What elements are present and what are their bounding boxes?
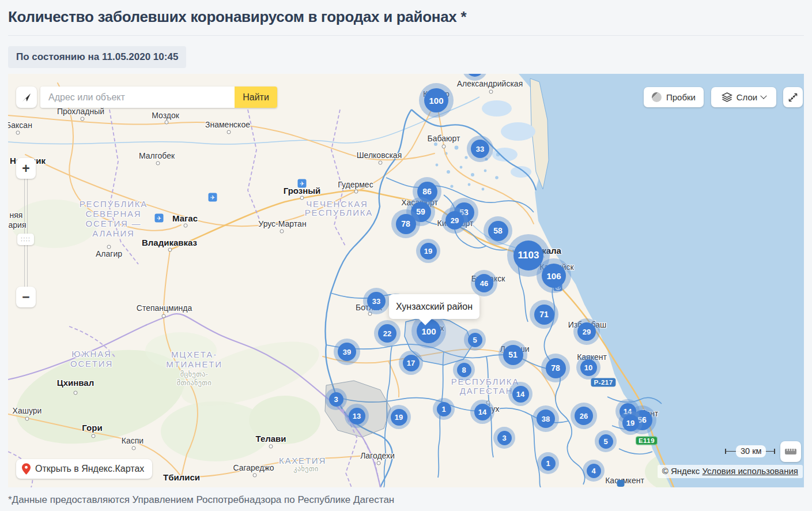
map-label: Бабаюрт [428, 134, 460, 143]
traffic-light-icon [652, 92, 662, 102]
case-count-marker[interactable]: 58 [484, 216, 512, 245]
case-count-marker[interactable]: 1 [433, 398, 455, 420]
case-count-marker[interactable]: 5 [464, 329, 486, 351]
copyright-text: © Яндекс [662, 466, 700, 476]
map-label: მცხეთა- [180, 370, 209, 378]
terms-link[interactable]: Условия использования [703, 466, 799, 476]
map-label: ОСЕТИЯ [70, 359, 113, 369]
case-count-marker[interactable]: 14 [508, 382, 532, 406]
zoom-slider-handle[interactable]: ········ [17, 234, 34, 245]
case-count-marker[interactable]: 13 [345, 404, 369, 428]
data-source-footnote: *Данные предоставляются Управлением Росп… [8, 494, 812, 506]
case-count-value: 1 [437, 402, 451, 416]
case-count-marker[interactable]: 29 [573, 318, 600, 345]
case-count-marker[interactable]: 5 [595, 430, 617, 452]
case-count-value: 13 [349, 408, 365, 424]
case-count-marker[interactable]: 19 [387, 405, 411, 429]
fullscreen-icon [788, 92, 798, 103]
zoom-slider-track[interactable] [24, 179, 28, 287]
case-count-marker[interactable]: 1 [537, 452, 559, 474]
road-number-badge: Е119 [636, 437, 658, 445]
case-count-value: 4 [587, 464, 601, 478]
case-count-value: 5 [468, 333, 482, 347]
zoom-in-button[interactable]: + [16, 158, 36, 179]
case-count-marker[interactable]: 26 [571, 403, 597, 429]
handle-dots: ········ [21, 236, 31, 242]
case-count-marker[interactable]: 46 [471, 270, 497, 296]
case-count-value: 29 [445, 211, 464, 230]
case-count-marker[interactable]: 3 [325, 388, 347, 410]
zoom-out-button[interactable]: − [16, 287, 36, 307]
case-count-marker[interactable]: 8 [453, 359, 475, 381]
map-label: ОСЕТИЯ — [86, 219, 142, 228]
traffic-button[interactable]: Пробки [644, 87, 704, 107]
map-label: Каспи [122, 436, 143, 445]
case-count-marker[interactable]: 71 [530, 300, 558, 329]
case-count-value: 8 [457, 363, 471, 377]
airport-icon: ✈ [298, 179, 307, 188]
city-dot [227, 130, 231, 134]
layers-icon [722, 92, 732, 102]
geolocation-arrow-icon [21, 92, 32, 103]
case-count-marker[interactable]: 19 [618, 411, 643, 435]
scale-label: 30 км [736, 445, 766, 457]
case-count-marker[interactable]: 38 [532, 405, 559, 432]
case-count-marker[interactable]: 10 [576, 355, 600, 380]
case-count-value: 26 [575, 407, 593, 425]
city-dot [25, 417, 29, 421]
map-label: Сагареджо [233, 463, 274, 472]
city-dot [379, 161, 383, 165]
case-count-value: 17 [403, 355, 420, 371]
case-count-value: 58 [488, 221, 508, 241]
case-count-value: 19 [420, 243, 437, 260]
case-count-value: 3 [497, 431, 512, 445]
case-count-value: 33 [471, 140, 489, 158]
case-count-marker[interactable]: 14 [470, 400, 494, 424]
map-label: ЮЖНАЯ [71, 349, 111, 359]
case-count-marker[interactable]: 29 [441, 207, 468, 234]
district-tooltip-text: Хунзахский район [396, 302, 473, 312]
case-count-marker[interactable]: 39 [334, 339, 360, 365]
map-label: РЕСПУБЛИКА [305, 208, 373, 217]
case-count-value: 33 [367, 292, 386, 310]
open-in-yandex-label: Открыть в Яндекс.Картах [35, 464, 144, 474]
geolocation-button[interactable] [16, 87, 37, 108]
open-in-yandex-maps-button[interactable]: Открыть в Яндекс.Картах [16, 459, 152, 479]
case-count-marker[interactable]: 19 [416, 239, 440, 263]
map-label: Лагодехи [360, 451, 395, 460]
case-count-value: 19 [391, 409, 407, 426]
search-button[interactable]: Найти [235, 87, 277, 108]
road-number-badge [617, 480, 625, 487]
case-count-marker[interactable]: 33 [467, 136, 493, 162]
case-count-marker[interactable]: 78 [541, 354, 570, 382]
search-input[interactable] [40, 87, 235, 108]
map-label: Тбилиси [163, 472, 200, 482]
layers-button-label: Слои [737, 92, 757, 102]
map-label: Урус-Мартан [258, 219, 306, 228]
yandex-map[interactable]: АлександрийскаяКизлярПрохладныйМоздокЗна… [8, 74, 804, 487]
case-count-marker[interactable]: 100 [419, 83, 454, 118]
city-dot [156, 161, 160, 166]
case-count-marker[interactable]: 3 [493, 427, 515, 449]
case-count-marker[interactable]: 33 [363, 288, 390, 314]
layers-button[interactable]: Слои [711, 87, 776, 107]
case-count-marker[interactable]: 22 [374, 320, 401, 347]
ruler-button[interactable] [780, 441, 801, 462]
map-label: Гори [82, 423, 102, 433]
case-count-marker[interactable]: 78 [391, 209, 420, 238]
case-count-marker[interactable]: 4 [583, 460, 605, 482]
case-count-value [466, 74, 484, 77]
case-count-marker[interactable]: 51 [498, 340, 527, 369]
case-count-value: 19 [622, 415, 639, 431]
case-count-marker[interactable]: 106 [537, 258, 571, 293]
case-count-value: 14 [474, 404, 491, 420]
case-count-value: 3 [329, 392, 343, 407]
map-label: Знаменское [205, 120, 250, 129]
fullscreen-button[interactable] [783, 87, 803, 107]
map-attribution: © Яндекс Условия использования [658, 465, 803, 478]
map-label: Алагир [96, 249, 122, 258]
case-count-marker[interactable]: 17 [399, 351, 423, 375]
city-dot [184, 224, 188, 228]
city-dot [269, 445, 273, 449]
as-of-badge: По состоянию на 11.05.2020 10:45 [8, 46, 186, 68]
